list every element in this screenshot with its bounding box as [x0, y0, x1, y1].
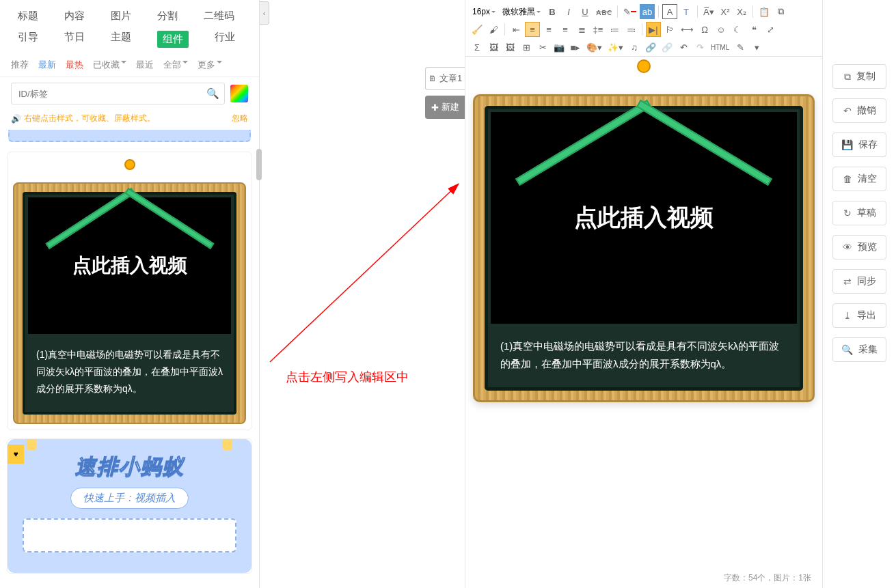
more-button[interactable]: ▾ [749, 40, 764, 55]
font-family-select[interactable]: 微软雅黑 [500, 6, 543, 18]
paint-button[interactable]: 🎨▾ [584, 40, 604, 55]
video-button[interactable]: ■▸ [568, 40, 583, 55]
hint-row: 🔊右键点击样式，可收藏、屏蔽样式。 忽略 [0, 110, 259, 130]
italic-button[interactable]: I [561, 4, 576, 19]
redo-button[interactable]: ↷ [692, 40, 707, 55]
cat-divider[interactable]: 分割 [157, 10, 178, 23]
template-blue[interactable]: ♥ 速排小蚂蚁 快速上手：视频插入 [7, 438, 252, 574]
font-color-button[interactable]: ✎ [621, 4, 638, 19]
canvas-body-text[interactable]: (1)真空中电磁场的电磁势可以看成是具有不同波矢kλ的平面波的叠加，在叠加中平面… [488, 326, 800, 387]
filter-recommend[interactable]: 推荐 [11, 59, 29, 71]
spacing-button[interactable]: ⟷ [679, 22, 696, 37]
undo-action-button[interactable]: ↶撤销 [832, 98, 886, 123]
align-right-button[interactable]: ≡ [558, 22, 573, 37]
omega-button[interactable]: Ω [697, 22, 712, 37]
strike-button[interactable]: ᴀʙᴄ [594, 4, 614, 19]
search-row: 🔍 [0, 77, 259, 110]
image-button[interactable]: 🖼 [486, 40, 501, 55]
cat-component[interactable]: 组件 [157, 31, 189, 48]
template-prev-edge[interactable] [8, 130, 251, 142]
moon-button[interactable]: ☾ [730, 22, 745, 37]
doc-tab-article[interactable]: 🗎 文章1 [425, 67, 465, 90]
indent-left-button[interactable]: ⇤ [508, 22, 524, 37]
cat-festival[interactable]: 节日 [64, 31, 85, 48]
ordered-list-button[interactable]: ≕ [623, 22, 638, 37]
new-window-button[interactable]: ⧉ [773, 4, 788, 19]
gallery-button[interactable]: ⊞ [519, 40, 534, 55]
format-painter-button[interactable]: 🖌 [486, 22, 501, 37]
html-button[interactable]: HTML [709, 40, 731, 55]
superscript-button[interactable]: X² [718, 4, 733, 19]
filter-newest[interactable]: 最新 [38, 59, 56, 71]
magic-button[interactable]: ✨▾ [606, 40, 625, 55]
emoji-button[interactable]: ☺ [714, 22, 729, 37]
filter-all[interactable]: 全部 [163, 59, 188, 71]
collect-button[interactable]: 🔍采集 [832, 337, 886, 362]
editor-canvas[interactable]: 点此插入视频 (1)真空中电磁场的电磁势可以看成是具有不同波矢kλ的平面波的叠加… [465, 57, 822, 576]
left-panel: 标题 内容 图片 分割 二维码 引导 节日 主题 组件 行业 推荐 最新 最热 … [0, 0, 260, 588]
copy-icon: ⧉ [844, 71, 851, 83]
cat-qrcode[interactable]: 二维码 [204, 10, 234, 23]
filter-hottest[interactable]: 最热 [66, 59, 83, 71]
draft-button[interactable]: ↻草稿 [832, 201, 886, 225]
quote-button[interactable]: ❝ [746, 22, 761, 37]
link-button[interactable]: 🔗 [643, 40, 658, 55]
color-picker-button[interactable] [230, 85, 248, 102]
text-effect-button[interactable]: T [679, 4, 694, 19]
filter-recent[interactable]: 最近 [136, 59, 154, 71]
ignore-link[interactable]: 忽略 [232, 113, 248, 124]
search-icon[interactable]: 🔍 [206, 87, 219, 100]
cat-guide[interactable]: 引导 [18, 31, 38, 48]
align-justify-button[interactable]: ≣ [574, 22, 589, 37]
scrollbar-thumb[interactable] [256, 149, 262, 180]
camera-button[interactable]: 📷 [552, 40, 567, 55]
filter-more[interactable]: 更多 [198, 59, 222, 71]
sigma-button[interactable]: Σ [470, 40, 485, 55]
export-button[interactable]: ⤓导出 [832, 303, 886, 328]
cat-theme[interactable]: 主题 [111, 31, 131, 48]
screenshot-button[interactable]: ✂ [535, 40, 550, 55]
char-border-button[interactable]: A [662, 4, 677, 19]
clear-format-button[interactable]: 🧹 [470, 22, 485, 37]
cat-title[interactable]: 标题 [18, 10, 38, 23]
unlink-button[interactable]: 🔗 [660, 40, 675, 55]
template-blackboard[interactable]: 点此插入视频 (1)真空中电磁场的电磁势可以看成是具有不同波矢kλ的平面波的叠加… [7, 152, 252, 430]
clear-button[interactable]: 🗑清空 [832, 167, 886, 191]
edit-button[interactable]: ✎ [733, 40, 748, 55]
paste-button[interactable]: 📋 [757, 4, 772, 19]
line-height-button[interactable]: ‡≡ [590, 22, 606, 37]
bold-button[interactable]: B [545, 4, 560, 19]
eye-icon: 👁 [843, 242, 852, 253]
align-left-button[interactable]: ≡ [525, 22, 540, 37]
music-button[interactable]: ♫ [627, 40, 642, 55]
preview-button[interactable]: 👁预览 [832, 235, 886, 260]
multi-image-button[interactable]: 🖼 [502, 40, 517, 55]
font-size-select[interactable]: 16px [470, 7, 498, 16]
collapse-handle[interactable]: ‹ [260, 1, 269, 25]
doc-tab-new[interactable]: ✚ 新建 [425, 96, 465, 119]
font-scale-button[interactable]: A̅▾ [701, 4, 716, 19]
sync-icon: ⇄ [843, 276, 852, 287]
bg-color-button[interactable]: ab [640, 4, 655, 19]
undo-button[interactable]: ↶ [676, 40, 691, 55]
cat-industry[interactable]: 行业 [215, 31, 235, 48]
undo-icon: ↶ [843, 105, 852, 116]
template-list[interactable]: 点此插入视频 (1)真空中电磁场的电磁势可以看成是具有不同波矢kλ的平面波的叠加… [0, 130, 259, 588]
filter-favorited[interactable]: 已收藏 [93, 59, 126, 71]
unordered-list-button[interactable]: ≔ [607, 22, 622, 37]
expand-button[interactable]: ⤢ [763, 22, 778, 37]
save-button[interactable]: 💾保存 [832, 132, 886, 157]
middle-area: 🗎 文章1 ✚ 新建 点击左侧写入编辑区中 [270, 0, 465, 588]
subscript-button[interactable]: X₂ [734, 4, 749, 19]
cat-image[interactable]: 图片 [111, 10, 131, 23]
copy-button[interactable]: ⧉复制 [832, 64, 886, 89]
save-icon: 💾 [841, 139, 853, 150]
align-center-button[interactable]: ≡ [541, 22, 556, 37]
flag-button[interactable]: 🏳 [662, 22, 677, 37]
search-input[interactable] [11, 83, 225, 104]
sync-button[interactable]: ⇄同步 [832, 269, 886, 294]
underline-button[interactable]: U [578, 4, 593, 19]
cat-content[interactable]: 内容 [64, 10, 85, 23]
highlight-button[interactable]: ▶| [646, 22, 661, 37]
hanger-graphic [38, 156, 222, 222]
